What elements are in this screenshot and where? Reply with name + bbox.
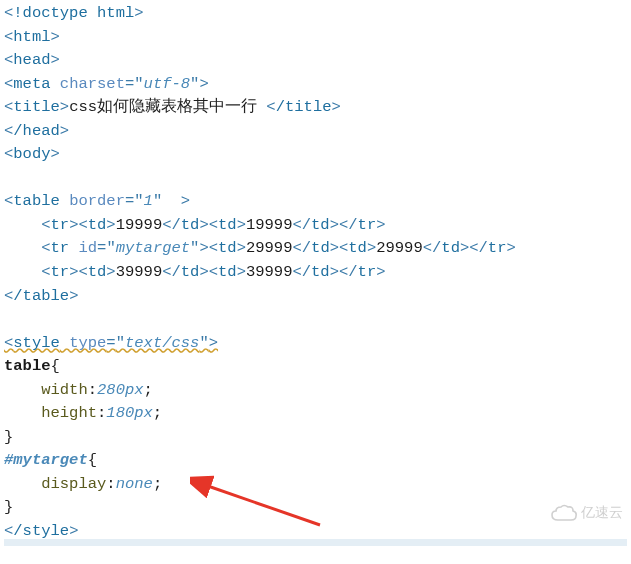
tag-title-open: title — [13, 98, 60, 116]
val-none: none — [116, 475, 153, 493]
tag-html-open: html — [13, 28, 50, 46]
cloud-icon — [551, 504, 577, 521]
watermark-text: 亿速云 — [581, 502, 623, 523]
tag-style-open: style — [13, 334, 60, 352]
tag-head-close: /head — [13, 122, 60, 140]
doctype: !doctype html — [13, 4, 134, 22]
selector-mytarget: #mytarget — [4, 451, 88, 469]
tag-style-close: /style — [13, 522, 69, 540]
cell-r3c2: 39999 — [246, 263, 293, 281]
cell-r1c1: 19999 — [116, 216, 163, 234]
val-height: 180px — [106, 404, 153, 422]
cell-r1c2: 19999 — [246, 216, 293, 234]
tag-head-open: head — [13, 51, 50, 69]
prop-width: width — [41, 381, 88, 399]
title-text: css如何隐藏表格其中一行 — [69, 98, 266, 116]
val-charset: utf-8 — [144, 75, 191, 93]
tag-title-close: /title — [276, 98, 332, 116]
tag-body-open: body — [13, 145, 50, 163]
watermark: 亿速云 — [551, 502, 623, 523]
val-width: 280px — [97, 381, 144, 399]
val-mytarget: mytarget — [116, 239, 190, 257]
code-block: <!doctype html> <html> <head> <meta char… — [4, 2, 627, 544]
attr-charset: charset — [60, 75, 125, 93]
attr-border: border — [69, 192, 125, 210]
cell-r2c1: 29999 — [246, 239, 293, 257]
tag-table-open: table — [13, 192, 60, 210]
prop-display: display — [41, 475, 106, 493]
cell-r2c2: 29999 — [376, 239, 423, 257]
attr-id: id — [78, 239, 97, 257]
cell-r3c1: 39999 — [116, 263, 163, 281]
val-border: 1 — [144, 192, 153, 210]
prop-height: height — [41, 404, 97, 422]
val-textcss: text/css — [125, 334, 199, 352]
tag-table-close: /table — [13, 287, 69, 305]
attr-type: type — [69, 334, 106, 352]
tag-meta: meta — [13, 75, 50, 93]
selector-table: table — [4, 357, 51, 375]
